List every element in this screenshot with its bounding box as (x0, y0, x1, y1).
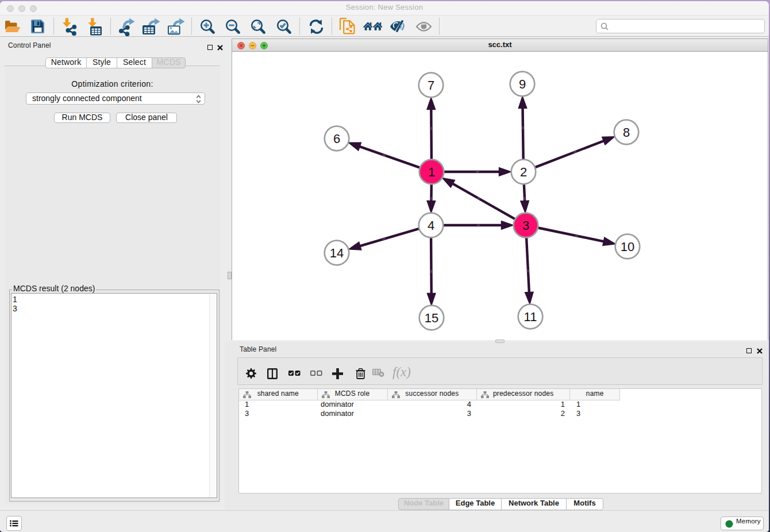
svg-text:7: 7 (428, 78, 434, 92)
svg-text:15: 15 (425, 311, 438, 325)
svg-text:6: 6 (333, 132, 340, 146)
svg-text:4: 4 (428, 218, 434, 233)
svg-text:2: 2 (520, 165, 527, 179)
svg-text:8: 8 (623, 125, 630, 140)
svg-text:11: 11 (524, 310, 537, 324)
svg-text:3: 3 (522, 218, 529, 233)
svg-text:9: 9 (519, 77, 526, 91)
svg-text:14: 14 (330, 246, 344, 260)
svg-text:1: 1 (428, 165, 435, 179)
svg-text:10: 10 (621, 240, 634, 254)
